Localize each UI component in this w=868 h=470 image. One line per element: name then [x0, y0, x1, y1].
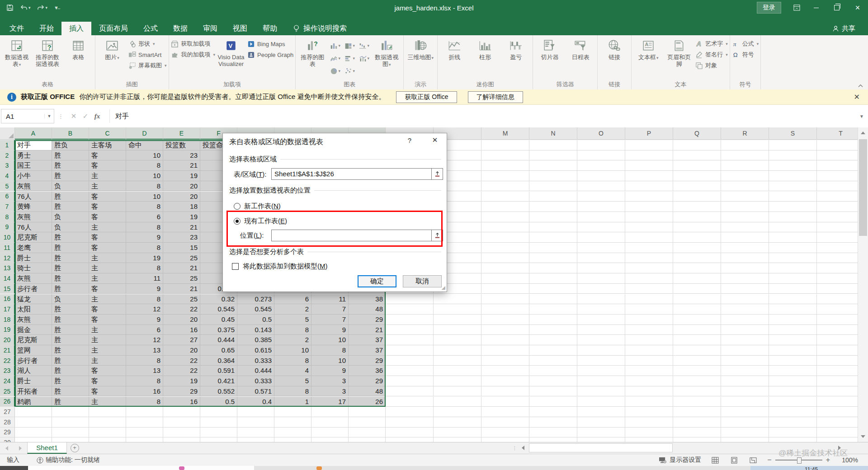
cell-D7[interactable]: 8	[126, 202, 163, 212]
cell-J27[interactable]	[349, 407, 386, 417]
cell-D6[interactable]: 10	[126, 192, 163, 202]
cell-M7[interactable]	[481, 202, 529, 212]
cell-R6[interactable]	[721, 192, 769, 202]
cell-S6[interactable]	[769, 192, 817, 202]
cell-H21[interactable]: 10	[274, 345, 311, 356]
cell-I30[interactable]	[311, 437, 349, 442]
cell-G30[interactable]	[237, 437, 274, 442]
cell-M2[interactable]	[481, 150, 529, 161]
row-header-8[interactable]: 8	[0, 212, 15, 222]
cell-Q22[interactable]	[673, 356, 721, 366]
insert-waterfall-chart-button[interactable]: ▾	[357, 40, 371, 52]
cell-N12[interactable]	[529, 253, 577, 263]
cell-R8[interactable]	[721, 212, 769, 222]
cell-H23[interactable]: 4	[274, 366, 311, 376]
existing-worksheet-radio[interactable]	[234, 218, 241, 225]
cell-J18[interactable]: 29	[349, 315, 386, 325]
column-header-D[interactable]: D	[126, 127, 163, 140]
cell-D29[interactable]	[126, 428, 163, 438]
row-header-30[interactable]: 30	[0, 437, 15, 442]
cell-C1[interactable]: 主客场	[89, 140, 126, 150]
cell-O20[interactable]	[577, 335, 625, 345]
cell-A20[interactable]: 尼克斯	[15, 335, 52, 345]
column-sparkline-button[interactable]: 柱形	[470, 37, 500, 61]
cell-B18[interactable]: 胜	[52, 315, 89, 325]
cell-P1[interactable]	[625, 140, 673, 150]
cell-F19[interactable]: 0.375	[200, 325, 237, 335]
cell-H18[interactable]: 5	[274, 315, 311, 325]
cell-C23[interactable]: 客	[89, 366, 126, 376]
cell-J20[interactable]: 37	[349, 335, 386, 345]
cell-R10[interactable]	[721, 232, 769, 243]
cell-R12[interactable]	[721, 253, 769, 263]
cell-M12[interactable]	[481, 253, 529, 263]
cell-N11[interactable]	[529, 243, 577, 253]
row-header-1[interactable]: 1	[0, 140, 15, 150]
cell-G19[interactable]: 0.143	[237, 325, 274, 335]
cell-B1[interactable]: 胜负	[52, 140, 89, 150]
cell-C8[interactable]: 客	[89, 212, 126, 222]
cell-J21[interactable]: 37	[349, 345, 386, 356]
cell-N10[interactable]	[529, 232, 577, 243]
cell-K27[interactable]	[386, 407, 434, 417]
minimize-button[interactable]	[806, 0, 826, 15]
cell-M28[interactable]	[481, 417, 529, 428]
cell-A1[interactable]: 对手	[15, 140, 52, 150]
cell-P2[interactable]	[625, 150, 673, 161]
table-button[interactable]: 表格	[63, 37, 93, 61]
signature-line-button[interactable]: 签名行▾	[695, 51, 728, 59]
cell-B11[interactable]: 胜	[52, 243, 89, 253]
cell-A25[interactable]: 开拓者	[15, 386, 52, 397]
cell-P7[interactable]	[625, 202, 673, 212]
location-picker-button[interactable]	[432, 230, 443, 241]
cell-I18[interactable]: 7	[311, 315, 349, 325]
cell-C9[interactable]: 主	[89, 222, 126, 233]
cell-S18[interactable]	[769, 315, 817, 325]
cell-Q7[interactable]	[673, 202, 721, 212]
formula-bar-value[interactable]: 对手	[109, 109, 855, 123]
cell-P3[interactable]	[625, 160, 673, 171]
cell-C29[interactable]	[89, 428, 126, 438]
cell-M8[interactable]	[481, 212, 529, 222]
cell-I27[interactable]	[311, 407, 349, 417]
horizontal-scrollbar-thumb[interactable]	[529, 443, 673, 452]
cell-A26[interactable]: 鹈鹕	[15, 397, 52, 407]
vertical-scrollbar[interactable]	[858, 127, 868, 442]
cell-L16[interactable]	[434, 294, 481, 305]
cell-D27[interactable]	[126, 407, 163, 417]
location-input[interactable]	[271, 230, 432, 241]
cell-R29[interactable]	[721, 428, 769, 438]
row-header-17[interactable]: 17	[0, 304, 15, 315]
cell-B27[interactable]	[52, 407, 89, 417]
recommended-charts-button[interactable]: ?推荐的图表	[297, 37, 327, 67]
row-header-10[interactable]: 10	[0, 232, 15, 243]
cell-Q1[interactable]	[673, 140, 721, 150]
cell-D14[interactable]: 11	[126, 273, 163, 284]
cell-P23[interactable]	[625, 366, 673, 376]
header-footer-button[interactable]: 页眉和页脚	[664, 37, 694, 67]
cell-D17[interactable]: 12	[126, 304, 163, 315]
row-header-15[interactable]: 15	[0, 284, 15, 294]
cell-O7[interactable]	[577, 202, 625, 212]
sheet-tab-sheet1[interactable]: Sheet1	[27, 442, 67, 454]
cell-L25[interactable]	[434, 386, 481, 397]
cell-Q27[interactable]	[673, 407, 721, 417]
row-header-27[interactable]: 27	[0, 407, 15, 417]
cell-A16[interactable]: 猛龙	[15, 294, 52, 305]
row-header-2[interactable]: 2	[0, 150, 15, 161]
cell-O14[interactable]	[577, 273, 625, 284]
cell-A14[interactable]: 灰熊	[15, 273, 52, 284]
cell-A17[interactable]: 太阳	[15, 304, 52, 315]
cell-S23[interactable]	[769, 366, 817, 376]
cell-Q14[interactable]	[673, 273, 721, 284]
cell-P9[interactable]	[625, 222, 673, 233]
cell-O24[interactable]	[577, 376, 625, 386]
cell-N3[interactable]	[529, 160, 577, 171]
row-header-6[interactable]: 6	[0, 192, 15, 202]
cell-D20[interactable]: 12	[126, 335, 163, 345]
timeline-button[interactable]: 日程表	[566, 37, 595, 61]
cell-H29[interactable]	[274, 428, 311, 438]
cell-O6[interactable]	[577, 192, 625, 202]
vertical-scrollbar-thumb[interactable]	[859, 139, 867, 236]
cell-E7[interactable]: 18	[163, 202, 200, 212]
